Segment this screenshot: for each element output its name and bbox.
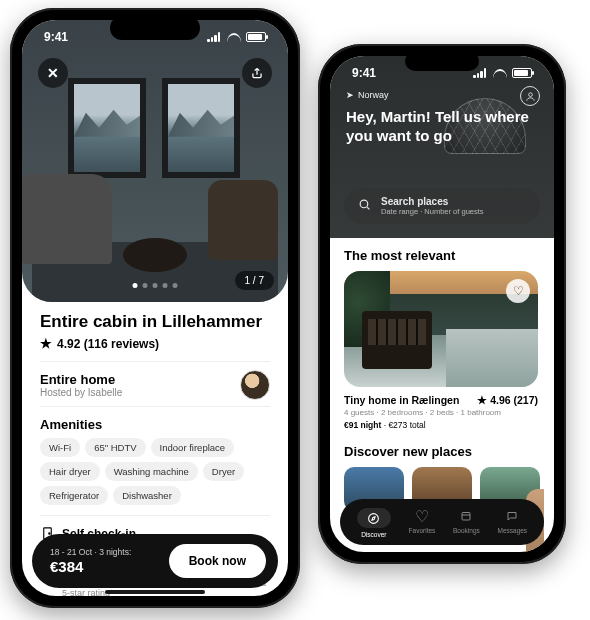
svg-point-3	[528, 92, 532, 96]
section-relevant: The most relevant	[344, 248, 540, 263]
status-time: 9:41	[352, 66, 376, 80]
amenities-list: Wi-Fi 65" HDTV Indoor fireplace Hair dry…	[40, 438, 270, 505]
amenity-chip[interactable]: 65" HDTV	[85, 438, 145, 457]
image-counter: 1 / 7	[235, 271, 274, 290]
card-rating: ★ 4.96 (217)	[477, 394, 538, 406]
listing-title: Entire cabin in Lillehammer	[40, 312, 270, 332]
amenity-chip[interactable]: Dishwasher	[113, 486, 181, 505]
profile-button[interactable]	[520, 86, 540, 106]
amenity-chip[interactable]: Dryer	[203, 462, 244, 481]
hero-image[interactable]: ✕ 1 / 7	[22, 20, 288, 302]
favorite-button[interactable]: ♡	[506, 279, 530, 303]
wifi-icon	[227, 32, 241, 42]
search-icon	[358, 197, 371, 215]
section-discover: Discover new places	[344, 444, 540, 459]
booking-dates: 18 - 21 Oct · 3 nights:	[50, 547, 131, 557]
amenity-chip[interactable]: Wi-Fi	[40, 438, 80, 457]
share-button[interactable]	[242, 58, 272, 88]
heart-icon: ♡	[412, 508, 432, 524]
tab-discover[interactable]: Discover	[357, 508, 391, 538]
notch	[110, 16, 200, 40]
close-button[interactable]: ✕	[38, 58, 68, 88]
svg-point-4	[360, 200, 368, 208]
svg-point-1	[49, 533, 50, 534]
rating-row[interactable]: ★ 4.92 (116 reviews)	[40, 336, 270, 351]
chat-icon	[502, 508, 522, 524]
card-price: €91 night · €273 total	[344, 420, 538, 430]
amenity-chip[interactable]: Refrigerator	[40, 486, 108, 505]
card-meta: 4 guests · 2 bedrooms · 2 beds · 1 bathr…	[344, 408, 538, 417]
tab-favorites[interactable]: ♡ Favorites	[409, 508, 436, 538]
home-indicator	[105, 590, 205, 594]
location-arrow-icon: ➤	[346, 90, 354, 100]
host-avatar[interactable]	[240, 370, 270, 400]
discover-hero: ➤ Norway Hey, Martin! Tell us where you …	[330, 56, 554, 238]
phone-listing-detail: 9:41 ✕	[10, 8, 300, 608]
star-icon: ★	[40, 336, 52, 351]
wifi-icon	[493, 68, 507, 78]
signal-icon	[207, 32, 222, 42]
notch	[405, 51, 479, 71]
calendar-icon	[456, 508, 476, 524]
hosted-by: Hosted by Isabelle	[40, 387, 122, 398]
svg-point-5	[369, 513, 379, 523]
compass-icon	[357, 508, 391, 528]
card-title: Tiny home in Rælingen	[344, 394, 459, 406]
amenity-chip[interactable]: Washing machine	[105, 462, 198, 481]
rating-text: 4.92 (116 reviews)	[57, 337, 159, 351]
listing-card[interactable]: ♡ Tiny home in Rælingen ★ 4.96 (217) 4 g…	[344, 271, 538, 430]
tab-messages[interactable]: Messages	[498, 508, 528, 538]
search-input[interactable]: Search places Date range · Number of gue…	[344, 188, 540, 224]
booking-price: €384	[50, 558, 131, 575]
phone-discover: 9:41 ➤ Norway Hey, Martin! Tell us where…	[318, 44, 566, 564]
tab-bar: Discover ♡ Favorites Bookings Messages	[340, 499, 544, 545]
tab-bookings[interactable]: Bookings	[453, 508, 480, 538]
greeting: Hey, Martin! Tell us where you want to g…	[346, 108, 538, 146]
signal-icon	[473, 68, 488, 78]
location-pill[interactable]: ➤ Norway	[346, 90, 389, 100]
battery-icon	[512, 68, 532, 78]
home-type: Entire home	[40, 372, 122, 387]
amenities-heading: Amenities	[40, 417, 270, 432]
book-now-button[interactable]: Book now	[169, 544, 266, 578]
amenity-chip[interactable]: Hair dryer	[40, 462, 100, 481]
status-time: 9:41	[44, 30, 68, 44]
carousel-dots[interactable]	[133, 283, 178, 288]
card-image: ♡	[344, 271, 538, 387]
battery-icon	[246, 32, 266, 42]
svg-rect-6	[462, 513, 470, 521]
amenity-chip[interactable]: Indoor fireplace	[151, 438, 234, 457]
booking-bar: 18 - 21 Oct · 3 nights: €384 Book now	[32, 534, 278, 588]
